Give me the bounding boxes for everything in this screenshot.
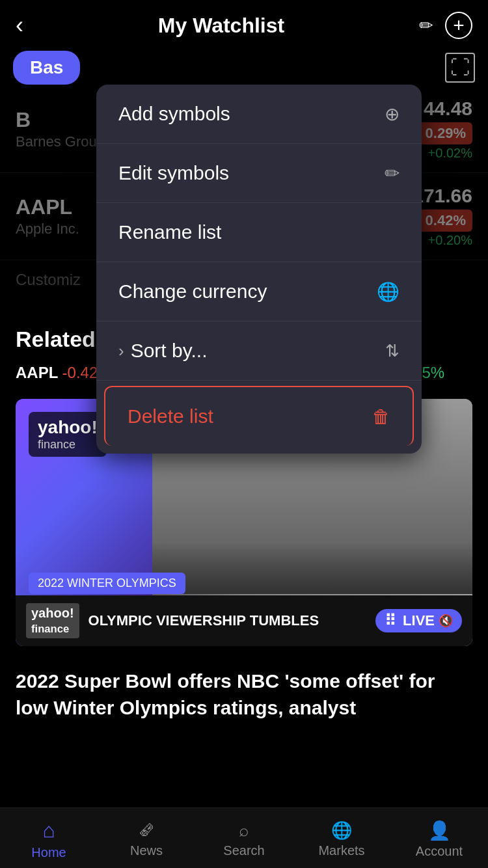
markets-icon: 🌐 xyxy=(331,821,352,841)
stock-badge-aapl: 0.42% xyxy=(419,210,472,232)
nav-search[interactable]: ⌕ Search xyxy=(195,808,293,868)
menu-item-edit-symbols[interactable]: Edit symbols ✏ xyxy=(96,144,422,203)
fullscreen-icon[interactable]: ⛶ xyxy=(445,53,475,83)
back-button[interactable]: ‹ xyxy=(16,12,23,39)
nav-markets-label: Markets xyxy=(318,843,364,858)
menu-item-add-symbols[interactable]: Add symbols ⊕ xyxy=(96,85,422,144)
news-article-title[interactable]: 2022 Super Bowl offers NBC 'some offset'… xyxy=(0,657,488,721)
account-icon: 👤 xyxy=(428,820,451,841)
edit-icon: ✏ xyxy=(385,163,400,184)
header-icons: ✏ + xyxy=(419,12,472,39)
sort-arrows-icon: ⇅ xyxy=(385,341,400,361)
header: ‹ My Watchlist ✏ + xyxy=(0,0,488,51)
add-button[interactable]: + xyxy=(445,12,472,39)
dots-icon: ⠿ xyxy=(385,612,396,630)
stock-badge-pct-b: 0.29% xyxy=(426,125,466,141)
menu-item-delete-list-label: Delete list xyxy=(128,405,213,427)
menu-item-change-currency[interactable]: Change currency 🌐 xyxy=(96,262,422,321)
stock-price-b: 44.48 xyxy=(419,98,472,120)
home-icon: ⌂ xyxy=(42,819,55,843)
yahoo-finance-logo: yahoo! finance xyxy=(29,412,107,457)
nav-home[interactable]: ⌂ Home xyxy=(0,808,98,868)
live-label: LIVE xyxy=(403,612,435,629)
news-icon: 🗞 xyxy=(138,821,155,841)
nav-search-label: Search xyxy=(223,843,264,858)
stock-badge-pct-aapl: 0.42% xyxy=(426,212,466,228)
menu-item-sort-by-label: Sort by... xyxy=(131,340,208,362)
bottom-nav: ⌂ Home 🗞 News ⌕ Search 🌐 Markets 👤 Accou… xyxy=(0,807,488,868)
page-title: My Watchlist xyxy=(158,14,284,38)
nav-home-label: Home xyxy=(31,845,66,860)
globe-icon: 🌐 xyxy=(377,281,400,303)
watchlist-bar: Bas ⛶ xyxy=(0,51,488,85)
live-badge: ⠿ LIVE 🔇 xyxy=(375,609,462,632)
dropdown-menu: Add symbols ⊕ Edit symbols ✏ Rename list… xyxy=(96,85,422,454)
menu-item-add-symbols-label: Add symbols xyxy=(118,103,230,125)
news-logo: yahoo!finance xyxy=(26,603,79,638)
stock-badge-b: 0.29% xyxy=(419,122,472,144)
menu-item-sort-by[interactable]: › Sort by... ⇅ xyxy=(96,321,422,381)
chevron-right-icon: › xyxy=(118,341,124,361)
menu-item-rename-list-label: Rename list xyxy=(118,221,221,243)
watchlist-tab[interactable]: Bas xyxy=(13,51,80,85)
nav-news-label: News xyxy=(130,843,163,858)
trash-icon: 🗑 xyxy=(372,406,390,427)
nav-markets[interactable]: 🌐 Markets xyxy=(293,808,390,868)
edit-button[interactable]: ✏ xyxy=(419,16,433,36)
menu-item-delete-list[interactable]: Delete list 🗑 xyxy=(104,386,414,446)
add-circle-icon: ⊕ xyxy=(385,103,400,125)
menu-item-edit-symbols-label: Edit symbols xyxy=(118,162,229,184)
nav-news[interactable]: 🗞 News xyxy=(98,808,195,868)
news-bottom-bar: yahoo!finance OLYMPIC VIEWERSHIP TUMBLES… xyxy=(16,595,472,646)
menu-item-change-currency-label: Change currency xyxy=(118,280,267,303)
nav-account-label: Account xyxy=(416,844,463,859)
news-headline: OLYMPIC VIEWERSHIP TUMBLES xyxy=(88,612,367,629)
stock-change-b: +0.02% xyxy=(419,146,472,161)
olympics-badge: 2022 WINTER OLYMPICS xyxy=(29,573,185,594)
search-icon: ⌕ xyxy=(239,821,249,841)
menu-item-rename-list[interactable]: Rename list xyxy=(96,203,422,262)
stock-right-b: 44.48 0.29% +0.02% xyxy=(419,98,472,161)
nav-account[interactable]: 👤 Account xyxy=(390,808,488,868)
customize-text: Customiz xyxy=(16,271,81,288)
mute-icon: 🔇 xyxy=(439,614,453,628)
